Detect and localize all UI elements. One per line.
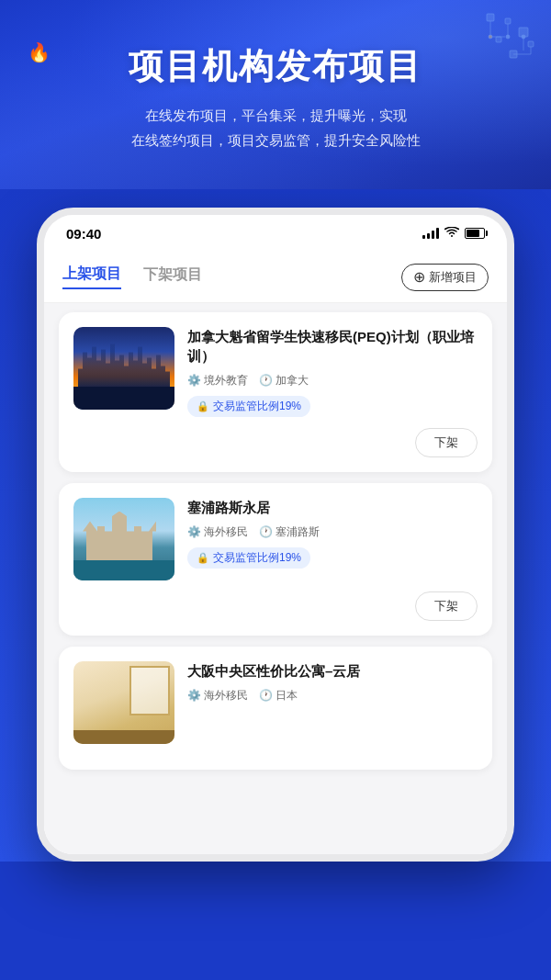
badge-text-1: 交易监管比例19% (213, 399, 301, 414)
delist-button-2[interactable]: 下架 (415, 591, 478, 621)
phone-container: 09:40 (0, 189, 551, 862)
hero-subtitle: 在线发布项目，平台集采，提升曝光，实现 在线签约项目，项目交易监管，提升安全风险… (28, 103, 523, 152)
location-text-3: 日本 (276, 688, 298, 704)
trade-badge-2: 🔒 交易监管比例19% (187, 547, 310, 569)
location-icon-2: 🕐 (259, 525, 273, 538)
app-content: 上架项目 下架项目 ⊕ 新增项目 加拿大魁省留学生快速移民(PEQ) (44, 249, 507, 854)
category-icon-3: ⚙️ (187, 689, 201, 702)
location-icon-1: 🕐 (259, 374, 273, 387)
svg-point-12 (489, 35, 492, 39)
category-text-1: 境外教育 (204, 373, 248, 389)
meta-category-1: ⚙️ 境外教育 (187, 373, 248, 389)
card-footer-2: 下架 (73, 591, 478, 621)
project-title-2: 塞浦路斯永居 (187, 498, 478, 517)
project-image-2 (73, 498, 174, 580)
card-footer-1: 下架 (73, 428, 478, 457)
card-main-3: 大阪中央区性价比公寓–云居 ⚙️ 海外移民 🕐 日本 (73, 661, 478, 744)
svg-rect-5 (528, 41, 534, 47)
status-time: 09:40 (66, 226, 101, 242)
meta-location-3: 🕐 日本 (259, 688, 298, 704)
card-main-2: 塞浦路斯永居 ⚙️ 海外移民 🕐 塞浦路斯 (73, 498, 478, 580)
category-text-2: 海外移民 (204, 524, 248, 540)
card-main-1: 加拿大魁省留学生快速移民(PEQ)计划（职业培训） ⚙️ 境外教育 🕐 加拿大 (73, 327, 478, 417)
project-title-1: 加拿大魁省留学生快速移民(PEQ)计划（职业培训） (187, 327, 478, 366)
project-card-2[interactable]: 塞浦路斯永居 ⚙️ 海外移民 🕐 塞浦路斯 (59, 483, 492, 636)
delist-button-1[interactable]: 下架 (415, 428, 478, 457)
card-info-1: 加拿大魁省留学生快速移民(PEQ)计划（职业培训） ⚙️ 境外教育 🕐 加拿大 (187, 327, 478, 417)
project-card-3[interactable]: 大阪中央区性价比公寓–云居 ⚙️ 海外移民 🕐 日本 (59, 647, 492, 770)
project-title-3: 大阪中央区性价比公寓–云居 (187, 661, 478, 681)
battery-icon (465, 228, 485, 239)
card-info-3: 大阪中央区性价比公寓–云居 ⚙️ 海外移民 🕐 日本 (187, 661, 478, 744)
svg-rect-1 (505, 18, 511, 24)
tab-active-projects[interactable]: 上架项目 (62, 265, 121, 289)
meta-category-3: ⚙️ 海外移民 (187, 688, 248, 704)
tab-bar: 上架项目 下架项目 ⊕ 新增项目 (44, 249, 507, 303)
hero-title: 项目机构发布项目 (28, 46, 523, 88)
category-text-3: 海外移民 (204, 688, 248, 704)
add-project-button[interactable]: ⊕ 新增项目 (401, 264, 489, 291)
card-meta-2: ⚙️ 海外移民 🕐 塞浦路斯 (187, 524, 478, 540)
signal-icon (422, 228, 439, 239)
svg-rect-0 (487, 14, 494, 21)
hero-section: 🔥 项目机构发布项目 在线发布项目，平台集采，提升曝光，实现 在线签约项目，项目… (0, 0, 551, 189)
lock-icon-1: 🔒 (197, 400, 209, 412)
cards-container: 加拿大魁省留学生快速移民(PEQ)计划（职业培训） ⚙️ 境外教育 🕐 加拿大 (44, 303, 507, 854)
project-card-1[interactable]: 加拿大魁省留学生快速移民(PEQ)计划（职业培训） ⚙️ 境外教育 🕐 加拿大 (59, 312, 492, 472)
lock-icon-2: 🔒 (197, 552, 209, 564)
status-icons (422, 226, 485, 241)
project-image-1 (73, 327, 174, 410)
svg-point-13 (506, 35, 510, 39)
category-icon-2: ⚙️ (187, 525, 201, 538)
location-text-1: 加拿大 (276, 373, 309, 389)
wifi-icon (444, 226, 459, 241)
card-meta-3: ⚙️ 海外移民 🕐 日本 (187, 688, 478, 704)
card-info-2: 塞浦路斯永居 ⚙️ 海外移民 🕐 塞浦路斯 (187, 498, 478, 580)
card-meta-1: ⚙️ 境外教育 🕐 加拿大 (187, 373, 478, 389)
add-icon: ⊕ (413, 270, 425, 285)
location-icon-3: 🕐 (259, 689, 273, 702)
status-bar: 09:40 (44, 215, 507, 249)
phone-mockup: 09:40 (37, 208, 514, 862)
badge-text-2: 交易监管比例19% (213, 550, 301, 566)
svg-rect-3 (496, 37, 501, 42)
category-icon-1: ⚙️ (187, 374, 201, 387)
svg-point-14 (522, 35, 525, 39)
meta-location-2: 🕐 塞浦路斯 (259, 524, 320, 540)
tab-inactive-projects[interactable]: 下架项目 (143, 265, 202, 288)
trade-badge-1: 🔒 交易监管比例19% (187, 396, 310, 417)
meta-category-2: ⚙️ 海外移民 (187, 524, 248, 540)
project-image-3 (73, 661, 174, 744)
meta-location-1: 🕐 加拿大 (259, 373, 309, 389)
location-text-2: 塞浦路斯 (276, 524, 320, 540)
add-button-label: 新增项目 (429, 269, 477, 286)
